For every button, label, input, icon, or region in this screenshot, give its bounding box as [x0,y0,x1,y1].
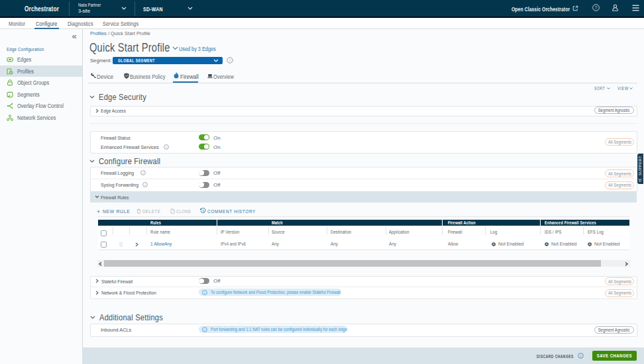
svg-text:i: i [229,58,231,62]
svg-text:i: i [204,328,205,332]
svg-text:i: i [580,353,581,357]
svg-text:i: i [142,171,144,175]
svg-text:i: i [204,291,205,295]
svg-text:?: ? [594,5,597,10]
svg-text:i: i [144,183,146,187]
svg-text:i: i [166,146,167,149]
